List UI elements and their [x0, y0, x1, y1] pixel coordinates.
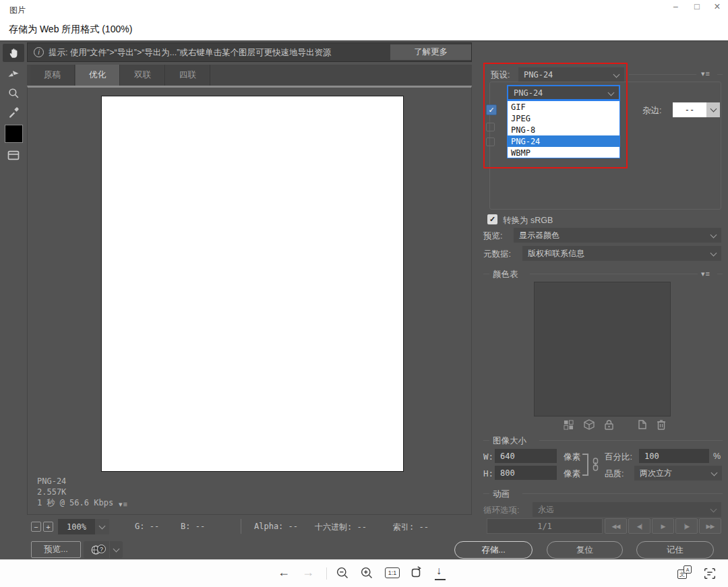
- browser-select-button[interactable]: ?: [84, 541, 109, 558]
- srgb-checkbox[interactable]: ✓: [487, 214, 497, 224]
- canvas-image[interactable]: [101, 96, 404, 472]
- play-button: ▶: [652, 518, 674, 534]
- optimize-time: 1 秒 @ 56.6 Kbps: [37, 497, 113, 508]
- matte-chevron-button[interactable]: [706, 102, 720, 117]
- remember-button[interactable]: 记住: [636, 541, 714, 559]
- tool-column: [0, 41, 27, 560]
- web-shift-cube-icon[interactable]: [584, 419, 595, 430]
- colortable-icons-row: [553, 419, 674, 432]
- colortable-panel-menu-icon[interactable]: ▾≡: [701, 270, 710, 278]
- zoom-in-button[interactable]: +: [43, 522, 53, 532]
- lock-color-icon[interactable]: [604, 419, 614, 430]
- loop-dropdown: 永远: [533, 502, 721, 517]
- new-color-icon[interactable]: [637, 419, 647, 430]
- dialog-title: 存储为 Web 所用格式 (100%): [9, 24, 132, 36]
- minimize-button[interactable]: −: [667, 1, 684, 16]
- status-menu-icon[interactable]: ▾≡: [119, 500, 128, 509]
- percent-input[interactable]: 100: [639, 449, 709, 463]
- zoom-out-button[interactable]: −: [31, 522, 41, 532]
- preview-in-browser-button[interactable]: 预览...: [31, 541, 81, 558]
- width-unit-label: 像素: [564, 452, 580, 463]
- tab-original[interactable]: 原稿: [30, 65, 75, 86]
- ocr-text-button[interactable]: [702, 566, 717, 581]
- previous-frame-button: ◀|: [628, 518, 650, 534]
- rotate-button[interactable]: [408, 565, 423, 580]
- slice-select-tool-button[interactable]: [3, 65, 24, 84]
- optimize-size: 2.557K: [37, 487, 113, 497]
- dialog-titlebar: 存储为 Web 所用格式 (100%): [0, 19, 728, 40]
- zoom-in-tool-button[interactable]: [360, 566, 374, 580]
- zoom-in-icon: [360, 566, 374, 580]
- zoom-tool-button[interactable]: [3, 84, 24, 102]
- imagesize-title: 图像大小: [493, 435, 526, 447]
- animation-rule-right: [522, 493, 723, 494]
- metadata-dropdown[interactable]: 版权和联系信息: [522, 246, 721, 261]
- forward-button: →: [302, 565, 314, 580]
- dialog-body: i 提示: 使用“文件”>“导出”>“导出为...”或右键单击某个图层可更快速地…: [0, 40, 728, 560]
- readout-g: G: --: [135, 522, 159, 531]
- actual-size-button[interactable]: 1:1: [385, 567, 400, 578]
- translate-en-box: A: [684, 565, 692, 574]
- preview-color-label: 预览:: [483, 230, 502, 242]
- tab-2up[interactable]: 双联: [121, 65, 165, 86]
- app-window: 图片 − □ × 存储为 Web 所用格式 (100%): [0, 0, 728, 587]
- height-unit-label: 像素: [564, 468, 580, 480]
- slices-visibility-icon: [7, 150, 20, 161]
- reset-button[interactable]: 复位: [547, 541, 623, 559]
- delete-color-icon[interactable]: [657, 419, 666, 430]
- close-button[interactable]: ×: [709, 1, 725, 16]
- settings-panel: 预设: PNG-24 ▾≡ ✓ PNG-24 GIF JPEG PNG-8 PN…: [472, 41, 728, 560]
- zoom-level-select[interactable]: 100%: [58, 519, 95, 534]
- width-input[interactable]: 640: [495, 449, 557, 463]
- colortable-rule-left: [483, 274, 489, 274]
- download-icon: ↓: [436, 565, 442, 577]
- matte-label: 杂边:: [642, 105, 661, 117]
- eyedropper-icon: [7, 106, 20, 119]
- chevron-down-icon: [99, 522, 106, 529]
- translate-en-glyph: A: [686, 567, 690, 572]
- tip-bar: i 提示: 使用“文件”>“导出”>“导出为...”或右键单击某个图层可更快速地…: [27, 42, 472, 62]
- tab-optimized[interactable]: 优化: [75, 65, 120, 86]
- ocr-text-icon: [702, 566, 717, 581]
- back-button[interactable]: ←: [278, 565, 290, 580]
- preview-frame: PNG-24 2.557K 1 秒 @ 56.6 Kbps ▾≡: [27, 86, 472, 515]
- first-frame-button: ◀◀: [605, 518, 627, 534]
- readout-divider: [241, 519, 241, 534]
- zoom-out-tool-button[interactable]: [336, 566, 350, 580]
- snap-to-web-icon[interactable]: [564, 420, 574, 430]
- settings-panel-menu-icon[interactable]: ▾≡: [701, 69, 710, 78]
- zoom-level-chevron[interactable]: [95, 519, 109, 534]
- hand-icon: [7, 47, 20, 59]
- quality-dropdown[interactable]: 两次立方: [634, 466, 722, 481]
- percent-unit-label: %: [713, 452, 721, 461]
- save-button[interactable]: 存储...: [454, 541, 533, 559]
- rotate-icon: [408, 565, 423, 580]
- color-swatch[interactable]: [5, 125, 23, 143]
- browser-select-chevron[interactable]: [110, 541, 123, 558]
- learn-more-button[interactable]: 了解更多: [390, 44, 471, 60]
- preset-rule-2: [717, 74, 723, 75]
- titlebar: 图片 − □ ×: [0, 0, 728, 19]
- height-input[interactable]: 800: [495, 466, 557, 480]
- chevron-down-icon: [113, 545, 120, 552]
- browser-preview-row: 预览... ?: [0, 540, 472, 560]
- colortable-swatches[interactable]: [534, 282, 671, 416]
- browser-question-icon: ?: [97, 545, 106, 553]
- preview-color-dropdown[interactable]: 显示器颜色: [514, 228, 721, 243]
- animation-rule-left: [483, 493, 489, 494]
- hand-tool-button[interactable]: [3, 44, 24, 62]
- readout-b: B: --: [181, 522, 205, 531]
- next-frame-button: |▶: [675, 518, 698, 534]
- translate-button[interactable]: 文 A: [677, 565, 695, 582]
- tab-4up[interactable]: 四联: [166, 65, 210, 86]
- toggle-slices-button[interactable]: [3, 146, 24, 164]
- highlight-rectangle: [483, 63, 628, 168]
- eyedropper-tool-button[interactable]: [3, 103, 24, 121]
- chevron-down-icon: [710, 106, 717, 113]
- readout-hex: 十六进制: --: [315, 522, 367, 533]
- link-chain-icon[interactable]: [592, 458, 599, 471]
- width-label: W:: [483, 452, 493, 462]
- save-copy-button[interactable]: ↓: [434, 565, 446, 581]
- maximize-button[interactable]: □: [689, 1, 705, 16]
- matte-dropdown[interactable]: --: [673, 102, 706, 117]
